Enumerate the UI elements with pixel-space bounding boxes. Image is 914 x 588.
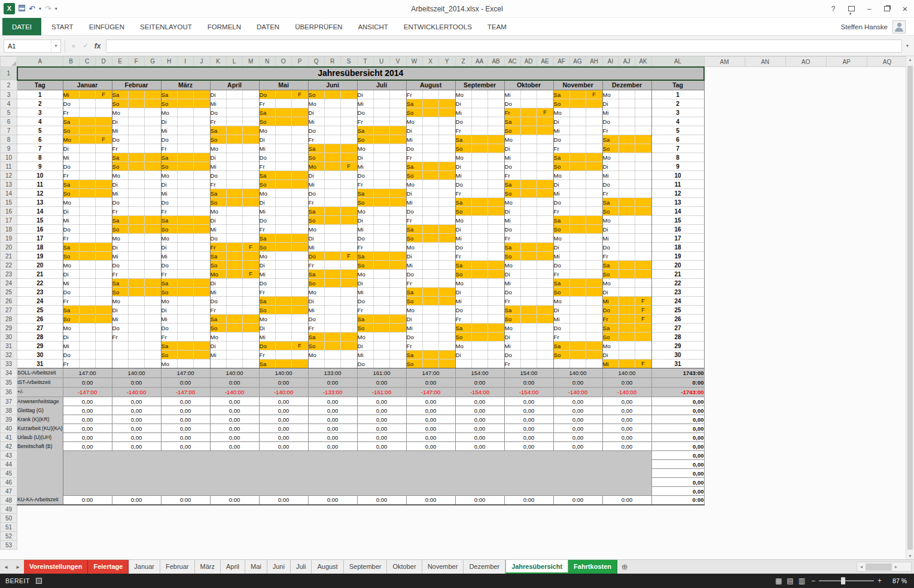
cell-weekday[interactable]: Di	[602, 225, 619, 234]
cell-holiday-flag[interactable]	[95, 180, 112, 189]
cell-holiday-flag[interactable]	[537, 288, 553, 297]
cell-mid[interactable]	[569, 126, 586, 135]
summary-value[interactable]: 0,00	[259, 415, 308, 424]
cell-mid[interactable]	[177, 234, 193, 243]
empty-cells[interactable]	[704, 270, 907, 279]
cell-holiday-flag[interactable]	[635, 351, 651, 359]
row-header-26[interactable]: 26	[1, 297, 17, 306]
cell-holiday-flag[interactable]	[488, 333, 504, 342]
row-header-15[interactable]: 15	[1, 198, 17, 207]
cell-mid[interactable]	[619, 324, 635, 333]
summary-value[interactable]: -147:00	[406, 388, 455, 397]
cell-weekday[interactable]: So	[259, 180, 275, 189]
cell-weekday[interactable]: So	[553, 351, 569, 359]
cell-holiday-flag[interactable]	[242, 171, 259, 180]
cell-mid[interactable]	[128, 126, 144, 135]
col-header-AF[interactable]: AF	[553, 57, 569, 67]
summary-value[interactable]: 0,00	[357, 415, 406, 424]
cell-holiday-flag[interactable]	[144, 270, 161, 279]
empty-cells[interactable]	[704, 144, 907, 153]
cell-holiday-flag[interactable]	[586, 153, 602, 162]
cell-weekday[interactable]: Fr	[553, 207, 569, 216]
summary-value[interactable]: -140:00	[553, 388, 602, 397]
cell-holiday-flag[interactable]	[438, 171, 455, 180]
cell-holiday-flag[interactable]	[340, 297, 357, 306]
day-number-right[interactable]: 2	[651, 99, 704, 108]
cell-holiday-flag[interactable]	[389, 144, 406, 153]
cell-mid[interactable]	[128, 90, 144, 99]
cell-weekday[interactable]: So	[161, 162, 177, 171]
name-box-dropdown-icon[interactable]: ▾	[51, 40, 60, 52]
summary-fill[interactable]	[63, 460, 651, 469]
macro-record-icon[interactable]	[36, 575, 42, 586]
cell-weekday[interactable]: Sa	[504, 306, 520, 315]
cell-mid[interactable]	[569, 198, 586, 207]
day-number-right[interactable]: 23	[651, 288, 704, 297]
cell-weekday[interactable]: Do	[112, 324, 128, 333]
cell-mid[interactable]	[275, 171, 291, 180]
cell-weekday[interactable]: So	[210, 135, 226, 144]
cell-weekday[interactable]: Mo	[112, 108, 128, 117]
cell-holiday-flag[interactable]	[340, 126, 357, 135]
summary-total[interactable]: 0,00	[651, 487, 704, 496]
cell-holiday-flag[interactable]	[144, 90, 161, 99]
summary-value[interactable]: 0:00	[112, 378, 161, 388]
summary-value[interactable]: 140:00	[553, 368, 602, 378]
cell-holiday-flag[interactable]	[586, 198, 602, 207]
summary-value[interactable]: 0,00	[161, 397, 210, 406]
cell-mid[interactable]	[619, 252, 635, 261]
cell-weekday[interactable]: So	[210, 198, 226, 207]
cell-mid[interactable]	[569, 153, 586, 162]
cell-mid[interactable]	[422, 117, 438, 126]
cell-mid[interactable]	[422, 180, 438, 189]
cell-holiday-flag[interactable]	[340, 315, 357, 324]
redo-icon[interactable]: ↷	[45, 4, 51, 14]
cell-mid[interactable]	[79, 351, 95, 359]
summary-value[interactable]: 0:00	[63, 496, 112, 505]
cell-mid[interactable]	[177, 171, 193, 180]
summary-value[interactable]: 0,00	[259, 433, 308, 442]
cell-holiday-flag[interactable]	[438, 126, 455, 135]
col-header-AH[interactable]: AH	[586, 57, 602, 67]
cell-holiday-flag[interactable]	[537, 162, 553, 171]
cell-holiday-flag[interactable]	[144, 126, 161, 135]
cell-weekday[interactable]: Do	[406, 144, 422, 153]
cell-mid[interactable]	[128, 144, 144, 153]
empty-cells[interactable]	[704, 415, 907, 424]
summary-fill[interactable]	[63, 487, 651, 496]
ribbon-tab-daten[interactable]: DATEN	[249, 18, 287, 35]
cell-mid[interactable]	[569, 180, 586, 189]
cell-weekday[interactable]: Do	[259, 90, 275, 99]
cell-holiday-flag[interactable]	[291, 189, 308, 198]
cell-mid[interactable]	[422, 252, 438, 261]
cell-holiday-flag[interactable]	[537, 153, 553, 162]
cell-weekday[interactable]: Mi	[553, 126, 569, 135]
cell-blank[interactable]	[210, 359, 226, 368]
cell-weekday[interactable]: Mi	[455, 297, 471, 306]
col-header-AL[interactable]: AL	[651, 57, 704, 67]
cell-holiday-flag[interactable]: F	[95, 135, 112, 144]
cell-mid[interactable]	[422, 153, 438, 162]
cell-mid[interactable]	[226, 153, 242, 162]
cell-mid[interactable]	[373, 243, 389, 252]
cell-weekday[interactable]: Sa	[553, 279, 569, 288]
cell-mid[interactable]	[128, 108, 144, 117]
cell-weekday[interactable]: Sa	[406, 288, 422, 297]
cell-weekday[interactable]: Mi	[406, 261, 422, 270]
cell-weekday[interactable]: Fr	[504, 359, 520, 368]
cell-weekday[interactable]: Sa	[602, 261, 619, 270]
cell-mid[interactable]	[275, 342, 291, 351]
summary-value[interactable]: 0,00	[406, 415, 455, 424]
cell-weekday[interactable]: So	[259, 117, 275, 126]
ribbon-tab-formeln[interactable]: FORMELN	[200, 18, 249, 35]
col-header-AA[interactable]: AA	[471, 57, 488, 67]
cell-weekday[interactable]: Mo	[553, 108, 569, 117]
cell-holiday-flag[interactable]	[537, 198, 553, 207]
col-header-K[interactable]: K	[210, 57, 226, 67]
cell-mid[interactable]	[128, 189, 144, 198]
cell-mid[interactable]	[324, 225, 340, 234]
cell-weekday[interactable]: So	[553, 288, 569, 297]
cell-mid[interactable]	[177, 279, 193, 288]
cell-weekday[interactable]: Fr	[308, 135, 324, 144]
cell-holiday-flag[interactable]	[144, 216, 161, 225]
